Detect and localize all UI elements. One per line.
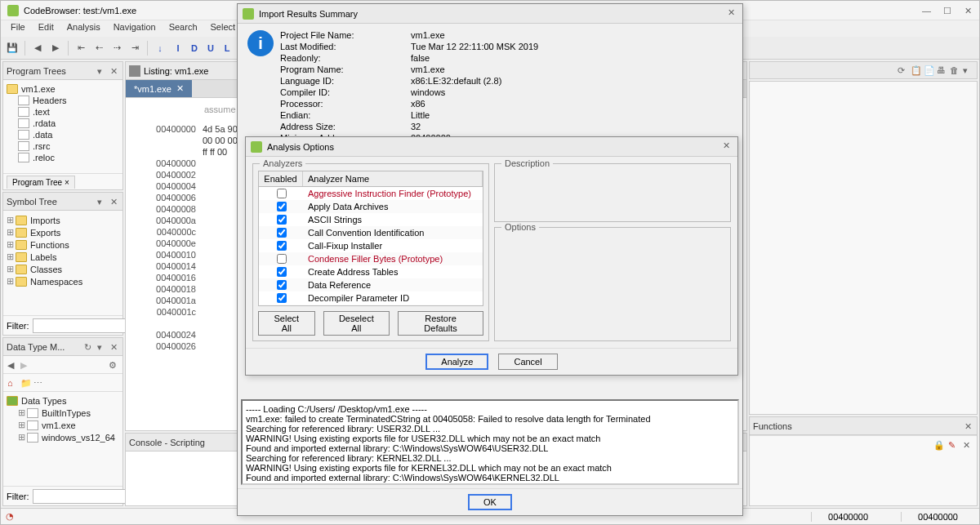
close-icon[interactable]: ✕ <box>964 1 976 12</box>
menu-analysis[interactable]: Analysis <box>60 20 107 37</box>
menu-search[interactable]: Search <box>163 20 204 37</box>
panel-close-icon[interactable]: ✕ <box>109 341 121 353</box>
analyzer-row[interactable]: Condense Filler Bytes (Prototype) <box>259 252 483 265</box>
analyzer-checkbox[interactable] <box>277 202 287 211</box>
fwd-icon[interactable]: ▶ <box>47 40 64 56</box>
cursor-icon[interactable]: ↓ <box>152 40 168 56</box>
toolbar-d-button[interactable]: D <box>186 40 203 56</box>
panel-close-icon[interactable]: ✕ <box>109 65 121 77</box>
tree-item[interactable]: ⊞vm1.exe <box>18 419 119 431</box>
menu-edit[interactable]: Edit <box>32 20 60 37</box>
program-tree-tab[interactable]: Program Tree × <box>7 176 75 189</box>
tree-item[interactable]: ⊞BuiltInTypes <box>18 407 119 419</box>
panel-close-icon[interactable]: ✕ <box>964 420 975 432</box>
col-name[interactable]: Analyzer Name <box>303 171 483 186</box>
nav2-icon[interactable]: ⇠ <box>91 40 107 56</box>
rt-paste-icon[interactable]: 📄 <box>923 65 934 76</box>
symbol-tree-title: Symbol Tree <box>7 197 57 207</box>
nav4-icon[interactable]: ⇥ <box>127 40 143 56</box>
tree-item[interactable]: .reloc <box>18 152 119 163</box>
deselect-all-button[interactable]: Deselect All <box>323 311 390 336</box>
dt-other-icon[interactable]: ⋯ <box>33 377 44 389</box>
menu-navigation[interactable]: Navigation <box>107 20 163 37</box>
cancel-button[interactable]: Cancel <box>498 354 557 370</box>
tree-item[interactable]: Headers <box>18 95 119 106</box>
dt-filter-icon[interactable]: ⚙ <box>108 359 119 371</box>
analyzer-checkbox[interactable] <box>277 241 287 251</box>
analyzer-checkbox[interactable] <box>277 254 287 264</box>
analyze-button[interactable]: Analyze <box>425 354 488 370</box>
nav3-icon[interactable]: ⇢ <box>109 40 125 56</box>
console-title: Console - Scripting <box>129 438 205 447</box>
tab-close-icon[interactable]: ✕ <box>176 83 184 94</box>
rt-refresh-icon[interactable]: ⟳ <box>897 65 908 76</box>
analyzer-row[interactable]: Create Address Tables <box>259 265 483 278</box>
dt-home-icon[interactable]: ⌂ <box>7 377 18 389</box>
description-legend: Description <box>501 158 553 168</box>
dt-back-icon[interactable]: ◀ <box>7 359 18 371</box>
tree-item[interactable]: .rsrc <box>18 140 119 152</box>
tree-item[interactable]: ⊞Labels <box>7 251 119 263</box>
tree-item[interactable]: ⊞Functions <box>7 238 119 251</box>
tree-item[interactable]: ⊞windows_vs12_64 <box>18 431 119 443</box>
analyzer-row[interactable]: Decompiler Parameter ID <box>259 291 483 305</box>
minimize-icon[interactable]: — <box>922 1 933 12</box>
dialog-close-icon[interactable]: ✕ <box>724 7 737 20</box>
dt-fwd-icon[interactable]: ▶ <box>20 359 31 371</box>
fn-lock-icon[interactable]: 🔒 <box>933 439 944 451</box>
tree-item[interactable]: ⊞Imports <box>7 214 119 226</box>
toolbar-l-button[interactable]: L <box>219 40 235 56</box>
panel-menu-icon[interactable]: ▾ <box>96 341 108 353</box>
analyzer-checkbox[interactable] <box>277 293 287 303</box>
analyzer-row[interactable]: ASCII Strings <box>259 213 483 226</box>
status-addr1: 00400000 <box>811 512 884 522</box>
analyzer-checkbox[interactable] <box>277 280 287 290</box>
analyzer-row[interactable]: Call Convention Identification <box>259 226 483 239</box>
fn-close-icon[interactable]: ✕ <box>962 439 973 451</box>
listing-tab[interactable]: *vm1.exe ✕ <box>126 80 192 97</box>
panel-menu-icon[interactable]: ▾ <box>96 196 108 207</box>
back-icon[interactable]: ◀ <box>29 40 46 56</box>
panel-refresh-icon[interactable]: ↻ <box>83 341 95 353</box>
panel-close-icon[interactable]: ✕ <box>109 196 121 207</box>
tree-root[interactable]: Data Types <box>7 395 119 407</box>
analyzer-checkbox[interactable] <box>277 215 287 225</box>
analyzer-row[interactable]: Aggressive Instruction Finder (Prototype… <box>259 187 483 200</box>
panel-menu-icon[interactable]: ▾ <box>96 65 108 77</box>
toolbar-i-button[interactable]: I <box>170 40 186 56</box>
rt-copy-icon[interactable]: 📋 <box>910 65 921 76</box>
tree-item[interactable]: .rdata <box>18 118 119 129</box>
menu-file[interactable]: File <box>4 20 32 37</box>
dialog-close-icon[interactable]: ✕ <box>719 140 733 153</box>
listing-title: Listing: vm1.exe <box>144 66 208 76</box>
tree-item[interactable]: ⊞Namespaces <box>7 275 119 287</box>
toolbar-u-button[interactable]: U <box>203 40 219 56</box>
right-toolbar: ⟳ 📋 📄 🖶 🗑 ▾ <box>749 61 978 79</box>
restore-defaults-button[interactable]: Restore Defaults <box>398 311 483 336</box>
maximize-icon[interactable]: ☐ <box>943 1 955 12</box>
save-icon[interactable]: 💾 <box>4 40 20 56</box>
col-enabled[interactable]: Enabled <box>259 171 303 186</box>
filter-label: Filter: <box>7 492 29 501</box>
select-all-button[interactable]: Select All <box>258 311 315 336</box>
tree-item[interactable]: ⊞Classes <box>7 263 119 275</box>
analyzer-row[interactable]: Data Reference <box>259 278 483 291</box>
analyzer-checkbox[interactable] <box>277 228 287 238</box>
analyzer-row[interactable]: Call-Fixup Installer <box>259 239 483 252</box>
import-ok-button[interactable]: OK <box>468 494 512 510</box>
analyzer-checkbox[interactable] <box>277 267 287 277</box>
dt-folder-icon[interactable]: 📁 <box>20 377 31 389</box>
tree-item[interactable]: .text <box>18 106 119 118</box>
analyzer-row[interactable]: Decompiler Switch Analysis <box>259 305 483 305</box>
rt-trash-icon[interactable]: 🗑 <box>949 65 960 76</box>
tree-root[interactable]: vm1.exe <box>7 83 119 95</box>
fn-edit-icon[interactable]: ✎ <box>947 439 959 451</box>
rt-menu-icon[interactable]: ▾ <box>962 65 973 76</box>
import-log[interactable]: ----- Loading C:/Users/ /Desktop/vm1.exe… <box>241 399 739 485</box>
rt-print-icon[interactable]: 🖶 <box>936 65 947 76</box>
nav1-icon[interactable]: ⇤ <box>73 40 89 56</box>
tree-item[interactable]: .data <box>18 129 119 140</box>
tree-item[interactable]: ⊞Exports <box>7 226 119 238</box>
analyzer-checkbox[interactable] <box>277 189 287 198</box>
analyzer-row[interactable]: Apply Data Archives <box>259 200 483 213</box>
